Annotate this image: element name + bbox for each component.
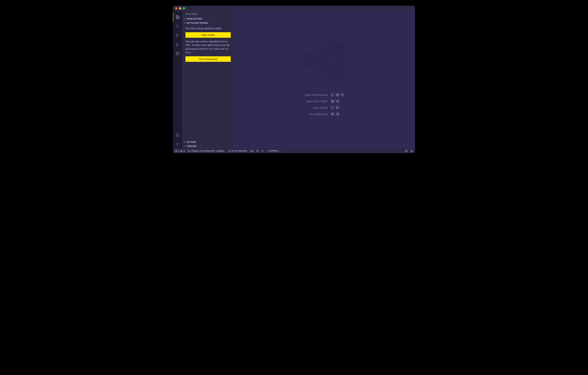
activity-source-control[interactable] <box>173 31 182 40</box>
svg-point-2 <box>176 33 177 34</box>
key: ⌘ <box>336 93 339 97</box>
section-no-folder[interactable]: NO FOLDER OPENED <box>182 21 234 25</box>
svg-point-11 <box>177 134 178 135</box>
shortcut-keys: ^R <box>331 106 344 110</box>
svg-line-1 <box>178 27 179 28</box>
status-feedback[interactable] <box>405 150 408 153</box>
activity-accounts[interactable] <box>173 131 182 140</box>
sidebar: EXPLORER OPEN EDITORS NO FOLDER OPENED Y… <box>182 11 234 149</box>
search-icon <box>175 24 180 28</box>
shortcut-label: Open Recent <box>305 106 327 109</box>
chevron-down-icon <box>183 22 186 24</box>
cmake-text: CMake: [Unconfigured]: Loading... <box>191 150 225 152</box>
status-vim-mode[interactable]: -- NORMAL -- <box>267 150 281 152</box>
debug-icon <box>175 42 180 47</box>
close-button[interactable] <box>175 7 178 10</box>
error-count: 0 <box>178 150 179 152</box>
clone-message: You can also clone a repository from a U… <box>185 40 231 55</box>
sidebar-title: EXPLORER <box>182 11 234 17</box>
shortcut-keys: ⌘O <box>331 99 344 103</box>
vscode-window: EXPLORER OPEN EDITORS NO FOLDER OPENED Y… <box>173 6 415 153</box>
info-icon <box>188 150 190 152</box>
maximize-button[interactable] <box>183 7 185 10</box>
open-folder-button[interactable]: Open Folder <box>185 32 231 38</box>
status-kit[interactable]: No Kit Selected <box>228 150 247 152</box>
svg-rect-8 <box>178 54 179 55</box>
vscode-watermark-icon <box>300 36 349 85</box>
svg-point-12 <box>177 143 178 145</box>
clone-text-2: . <box>190 51 191 54</box>
section-label: OUTLINE <box>187 141 196 143</box>
svg-point-19 <box>257 150 258 152</box>
svg-rect-6 <box>176 52 177 53</box>
no-folder-body: You have not yet opened a folder. Open F… <box>182 25 234 66</box>
main-area: EXPLORER OPEN EDITORS NO FOLDER OPENED Y… <box>173 11 415 149</box>
key: ⌘ <box>331 112 335 116</box>
status-build-target[interactable]: [all] <box>250 150 253 152</box>
clone-repository-button[interactable]: Clone Repository <box>185 56 231 62</box>
svg-point-0 <box>176 25 178 27</box>
tools-icon <box>228 150 231 152</box>
key: N <box>336 112 339 116</box>
activity-run-debug[interactable] <box>173 40 182 49</box>
status-problems[interactable]: 0 0 <box>175 150 185 152</box>
extensions-icon <box>175 51 180 56</box>
status-cmake[interactable]: CMake: [Unconfigured]: Loading... <box>188 150 225 152</box>
activity-explorer[interactable] <box>173 12 182 22</box>
status-bar: 0 0 CMake: [Unconfigured]: Loading... No… <box>173 149 415 153</box>
section-label: OPEN EDITORS <box>187 18 202 20</box>
svg-point-4 <box>178 34 179 35</box>
target-text: [all] <box>250 150 253 152</box>
section-outline[interactable]: OUTLINE <box>182 140 234 144</box>
vim-text: -- NORMAL -- <box>267 150 281 152</box>
activity-settings[interactable] <box>173 140 182 149</box>
minimize-button[interactable] <box>179 7 181 10</box>
key: ^ <box>331 106 334 110</box>
svg-rect-7 <box>176 54 177 55</box>
svg-point-18 <box>189 150 189 151</box>
section-label: NO FOLDER OPENED <box>187 22 208 24</box>
titlebar <box>173 6 415 11</box>
status-debug[interactable] <box>256 150 259 152</box>
key: ⌘ <box>331 99 335 103</box>
kit-text: No Kit Selected <box>231 150 247 152</box>
key: O <box>336 99 339 103</box>
activity-bar <box>173 11 182 149</box>
error-icon <box>175 150 178 152</box>
section-label: TIMELINE <box>187 145 196 147</box>
gear-icon <box>175 142 180 146</box>
section-timeline[interactable]: TIMELINE <box>182 144 234 149</box>
account-icon <box>175 133 180 137</box>
warning-count: 0 <box>184 150 185 152</box>
files-icon <box>175 15 180 19</box>
activity-search[interactable] <box>173 22 182 31</box>
key: R <box>336 106 339 110</box>
svg-point-3 <box>176 36 177 37</box>
key: ⇧ <box>331 93 334 97</box>
shortcut-label: Open File or Folder <box>305 100 327 103</box>
play-icon <box>262 150 264 152</box>
shortcut-keys: ⇧⌘P <box>331 93 344 97</box>
editor-area: Show All Commands⇧⌘POpen File or Folder⌘… <box>234 11 415 149</box>
bug-icon <box>256 150 259 152</box>
shortcut-label: Show All Commands <box>305 93 327 96</box>
chevron-right-icon <box>183 141 186 143</box>
svg-rect-9 <box>178 52 179 53</box>
bell-icon <box>410 150 413 153</box>
chevron-down-icon <box>183 17 186 20</box>
shortcuts-list: Show All Commands⇧⌘POpen File or Folder⌘… <box>305 93 344 116</box>
status-run[interactable] <box>262 150 264 152</box>
key: P <box>341 93 344 97</box>
section-open-editors[interactable]: OPEN EDITORS <box>182 17 234 21</box>
chevron-right-icon <box>183 145 186 147</box>
feedback-icon <box>405 150 408 153</box>
branch-icon <box>175 33 180 38</box>
no-folder-message: You have not yet opened a folder. <box>185 27 231 30</box>
activity-extensions[interactable] <box>173 49 182 58</box>
shortcut-keys: ⌘N <box>331 112 344 116</box>
warning-icon <box>180 150 183 152</box>
shortcut-label: New Untitled File <box>305 113 327 116</box>
status-notifications[interactable] <box>410 150 413 153</box>
